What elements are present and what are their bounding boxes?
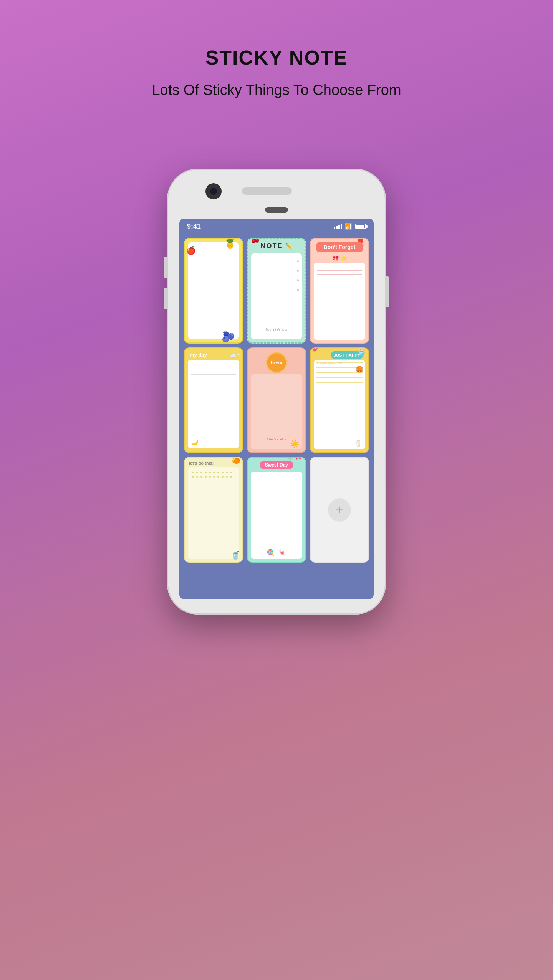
phone-camera-icon bbox=[205, 183, 222, 199]
heart-icon: 💕 bbox=[313, 347, 318, 352]
card-3-lines bbox=[317, 266, 362, 287]
sweet-day-label: Sweet Day bbox=[260, 461, 293, 469]
card-4-lines bbox=[191, 363, 236, 386]
card-4-content: 🌙 bbox=[188, 360, 239, 448]
card-7-content bbox=[188, 467, 239, 559]
note-card-4[interactable]: my day ☁️ ● 🌙 〜 bbox=[184, 347, 243, 453]
wifi-icon: 📶 bbox=[344, 223, 352, 230]
note-label: NOTE bbox=[260, 242, 283, 250]
status-time: 9:41 bbox=[187, 223, 201, 231]
note-card-5[interactable]: Have a ☀️ blah blah blah bbox=[247, 347, 306, 453]
phone-home-indicator bbox=[265, 207, 288, 213]
header-section: STICKY NOTE Lots Of Sticky Things To Cho… bbox=[152, 46, 401, 100]
card-2-lines bbox=[255, 261, 298, 286]
app-title: STICKY NOTE bbox=[152, 46, 401, 69]
cloud-icons: ☁️ ● bbox=[230, 353, 239, 359]
phone-mockup: 9:41 📶 🍍 🍎 🫐 bbox=[167, 169, 386, 615]
card-3-content bbox=[314, 263, 365, 340]
phone-vol-up-button bbox=[164, 257, 167, 278]
card-2-header: 🍒 NOTE ✏️ bbox=[260, 242, 292, 250]
orange-icon: 🍊 bbox=[232, 457, 240, 464]
card-3-banner: Don't Forget bbox=[316, 242, 363, 252]
card-2-subtext: blah blah blah bbox=[266, 328, 287, 332]
battery-icon bbox=[355, 224, 366, 229]
sun-icon: ☀️ bbox=[290, 439, 300, 448]
bottle-icon: 🥛 bbox=[354, 440, 362, 447]
add-button-circle: + bbox=[328, 498, 351, 522]
note-card-8[interactable]: 🍀 🎀 Sweet Day 🌸🌼 🍭 🍬 bbox=[247, 457, 306, 563]
phone-speaker bbox=[242, 187, 292, 195]
card-6-sublabel: Surprise theme of life bbox=[317, 362, 342, 365]
phone-frame: 9:41 📶 🍍 🍎 🫐 bbox=[167, 169, 386, 615]
card-8-content: 🍭 🍬 bbox=[251, 472, 302, 559]
candy-icons: 🍭 🍬 bbox=[267, 548, 286, 557]
note-card-6[interactable]: 🧁 💕 JUST HAPPY Surprise theme of life 🍔 … bbox=[310, 347, 369, 453]
note-card-2[interactable]: 🍒 NOTE ✏️ blah blah blah bbox=[247, 238, 306, 344]
card-8-decoration: 🍀 🎀 bbox=[287, 457, 301, 460]
pencil-icon: ✏️ bbox=[285, 243, 293, 250]
star-icon: ⭐ bbox=[341, 255, 347, 261]
phone-power-button bbox=[386, 276, 389, 307]
cherry-icon: 🍒 bbox=[250, 238, 260, 243]
app-subtitle: Lots Of Sticky Things To Choose From bbox=[152, 81, 401, 100]
card-7-dots bbox=[190, 470, 237, 480]
cloud-icon: ☁️ bbox=[230, 353, 236, 359]
card-5-subtext: blah blah blah bbox=[267, 437, 286, 441]
card-1-content: 🍍 🍎 🫐 bbox=[188, 242, 239, 339]
have-a-sticker: Have a bbox=[266, 352, 287, 373]
bird-icons: 〜 bbox=[235, 369, 238, 375]
dont-forget-label: Don't Forget bbox=[324, 244, 356, 250]
moon-icon: 🌙 bbox=[191, 438, 199, 445]
card-3-decoration: 🎀 ⭐ bbox=[332, 255, 347, 261]
phone-vol-down-button bbox=[164, 288, 167, 309]
plus-icon: + bbox=[335, 502, 343, 518]
clover-icon: 🍀 bbox=[287, 457, 293, 460]
status-icons: 📶 bbox=[334, 223, 366, 230]
notes-grid: 🍍 🍎 🫐 🍒 NOTE ✏️ bbox=[179, 234, 374, 566]
burger-icon: 🍔 bbox=[356, 366, 363, 373]
flag-icon: 🎀 bbox=[332, 255, 339, 261]
pineapple-icon: 🍍 bbox=[224, 238, 237, 249]
signal-icon bbox=[334, 224, 342, 229]
fruit-basket-icon: 🫐 bbox=[222, 331, 235, 343]
note-card-1[interactable]: 🍍 🍎 🫐 bbox=[184, 238, 243, 344]
note-card-7[interactable]: let's do this! 🍊 🥤 bbox=[184, 457, 243, 563]
note-card-add[interactable]: + bbox=[310, 457, 369, 563]
dot-icon: ● bbox=[237, 353, 239, 359]
card-6-content: Surprise theme of life 🍔 🥛 bbox=[314, 360, 365, 449]
cupcake-icon: 🧁 bbox=[357, 347, 366, 355]
lets-do-this-label: let's do this! bbox=[188, 461, 239, 465]
candy-icon: 🍬 bbox=[278, 548, 286, 557]
card-2-content: blah blah blah bbox=[251, 253, 302, 339]
card-2-dots bbox=[297, 260, 299, 299]
heart-icons: 💕 bbox=[313, 347, 318, 352]
lollipop-icon: 🍭 bbox=[267, 548, 275, 557]
drink-icon: 🥤 bbox=[231, 551, 240, 560]
phone-screen: 9:41 📶 🍍 🍎 🫐 bbox=[179, 219, 374, 599]
status-bar: 9:41 📶 bbox=[179, 219, 374, 234]
bow-icon: 🎀 bbox=[295, 457, 301, 460]
my-day-label: my day bbox=[188, 352, 207, 358]
apple-icon: 🍎 bbox=[186, 246, 196, 255]
note-card-3[interactable]: 🎈 Don't Forget 🎀 ⭐ bbox=[310, 238, 369, 344]
